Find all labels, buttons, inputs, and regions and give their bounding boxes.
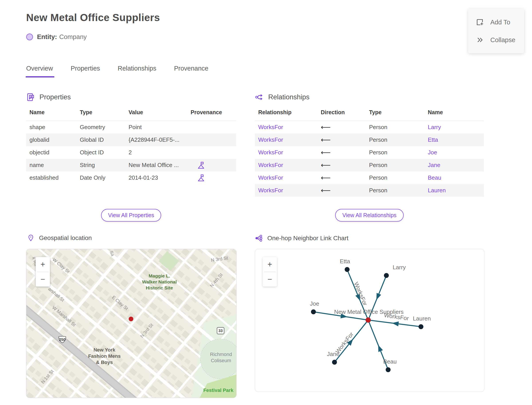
- view-all-properties-button[interactable]: View All Properties: [101, 209, 161, 222]
- relationship-link[interactable]: WorksFor: [258, 187, 321, 194]
- entity-name-link[interactable]: Jane: [428, 162, 484, 169]
- property-provenance: [191, 161, 236, 169]
- column-header: Relationship: [258, 109, 321, 115]
- tab-relationships[interactable]: Relationships: [118, 65, 156, 77]
- chart-zoom-out-button[interactable]: −: [263, 272, 277, 287]
- relationship-link[interactable]: WorksFor: [258, 174, 321, 181]
- entity-row: Entity: Company: [26, 33, 87, 40]
- one-hop-link-chart[interactable]: WorksForWorksForWorksForEttaLarryJoeJane…: [255, 249, 484, 392]
- node-Jane[interactable]: [332, 360, 337, 365]
- collapse-button[interactable]: Collapse: [468, 31, 524, 49]
- linkchart-section-header: One-hop Neighbor Link Chart: [255, 234, 348, 242]
- relationship-type: Person: [369, 162, 428, 169]
- tab-overview[interactable]: Overview: [26, 65, 53, 77]
- property-name: objectid: [29, 149, 80, 156]
- svg-text:33: 33: [219, 329, 223, 333]
- direction-arrow: ⟵: [321, 174, 369, 182]
- direction-arrow: ⟵: [321, 123, 369, 131]
- entity-type-icon: [26, 34, 33, 40]
- column-header: Type: [80, 109, 129, 115]
- actions-panel: Add To Collapse: [468, 9, 524, 53]
- table-row: WorksFor⟵PersonJane: [255, 159, 484, 171]
- map-marker: [129, 317, 133, 321]
- svg-text:250: 250: [59, 338, 65, 342]
- map-zoom-in-button[interactable]: +: [36, 257, 50, 272]
- map-label: Coliseum: [211, 358, 231, 363]
- geospatial-map[interactable]: 25033k RdW Clay StSaN 3rd StN 4th Starsh…: [26, 249, 237, 398]
- map-label: Historic Site: [146, 285, 173, 290]
- node-center[interactable]: [366, 318, 371, 323]
- map-label: Festival Park: [203, 387, 234, 393]
- property-type: Date Only: [80, 174, 129, 181]
- property-type: String: [80, 162, 129, 169]
- entity-label: Entity:: [37, 33, 57, 40]
- edge-arrow: [378, 345, 383, 352]
- relationship-type: Person: [369, 149, 428, 156]
- entity-name-link[interactable]: Joe: [428, 149, 484, 156]
- add-to-button[interactable]: Add To: [468, 13, 524, 31]
- add-to-icon: [476, 18, 484, 26]
- map-zoom-control: + −: [36, 257, 50, 287]
- relationship-type: Person: [369, 124, 428, 131]
- relationships-table: RelationshipDirectionTypeNameWorksFor⟵Pe…: [255, 109, 484, 197]
- node-Larry[interactable]: [384, 273, 389, 278]
- properties-section-header: Properties: [26, 93, 71, 101]
- map-label: Maggie L.: [149, 273, 170, 278]
- column-header: Type: [369, 109, 428, 115]
- map-label: Richmond: [210, 351, 232, 357]
- route-shield: 33: [217, 327, 224, 334]
- relationship-link[interactable]: WorksFor: [258, 149, 321, 156]
- map-pin-icon: [27, 234, 35, 242]
- entity-name-link[interactable]: Beau: [428, 174, 484, 181]
- node-Etta[interactable]: [345, 267, 350, 272]
- node-Joe[interactable]: [311, 309, 316, 314]
- tab-provenance[interactable]: Provenance: [174, 65, 208, 77]
- table-row: WorksFor⟵PersonLauren: [255, 184, 484, 197]
- table-row: shapeGeometryPoint: [26, 121, 236, 134]
- property-type: Object ID: [80, 149, 129, 156]
- chart-zoom-in-button[interactable]: +: [263, 257, 277, 272]
- center-node-label: New Metal Office Suppliers: [334, 309, 403, 315]
- provenance-flag-icon[interactable]: [197, 161, 205, 169]
- chevrons-right-icon: [476, 36, 484, 44]
- relationship-type: Person: [369, 136, 428, 143]
- map-label: New York: [93, 347, 115, 353]
- node-label: Larry: [392, 264, 406, 270]
- chart-zoom-control: + −: [263, 257, 277, 287]
- tab-properties[interactable]: Properties: [71, 65, 100, 77]
- relationships-section-title: Relationships: [268, 93, 309, 101]
- node-label: Lauren: [413, 315, 431, 322]
- collapse-label: Collapse: [490, 36, 515, 44]
- node-Beau[interactable]: [386, 367, 391, 372]
- relationship-link[interactable]: WorksFor: [258, 136, 321, 143]
- entity-type-value: Company: [59, 33, 87, 40]
- relationships-icon: [255, 93, 264, 101]
- view-all-relationships-button[interactable]: View All Relationships: [335, 209, 403, 222]
- entity-name-link[interactable]: Etta: [428, 136, 484, 143]
- geospatial-section-title: Geospatial location: [39, 234, 92, 242]
- entity-name-link[interactable]: Lauren: [428, 187, 484, 194]
- page-title: New Metal Office Suppliers: [26, 12, 160, 24]
- geospatial-section-header: Geospatial location: [27, 234, 92, 242]
- column-header: Direction: [321, 109, 369, 115]
- property-type: Global ID: [80, 136, 129, 143]
- property-value: Point: [129, 124, 191, 131]
- relationship-link[interactable]: WorksFor: [258, 162, 321, 169]
- table-row: globalidGlobal ID{A228944F-0EF5-...: [26, 134, 236, 146]
- link-chart-icon: [255, 234, 263, 242]
- table-row: nameStringNew Metal Office ...: [26, 159, 236, 171]
- tab-bar: OverviewPropertiesRelationshipsProvenanc…: [26, 65, 208, 77]
- property-name: shape: [29, 124, 80, 131]
- table-row: WorksFor⟵PersonEtta: [255, 134, 484, 146]
- node-label: Joe: [310, 300, 319, 307]
- relationship-link[interactable]: WorksFor: [258, 124, 321, 131]
- property-value: New Metal Office ...: [129, 162, 191, 169]
- node-Lauren[interactable]: [419, 324, 423, 329]
- provenance-flag-icon[interactable]: [197, 174, 205, 182]
- map-zoom-out-button[interactable]: −: [36, 272, 50, 287]
- table-row: WorksFor⟵PersonLarry: [255, 121, 484, 134]
- property-value: {A228944F-0EF5-...: [129, 136, 191, 143]
- entity-name-link[interactable]: Larry: [428, 124, 484, 131]
- property-value: 2: [129, 149, 191, 156]
- direction-arrow: ⟵: [321, 148, 369, 157]
